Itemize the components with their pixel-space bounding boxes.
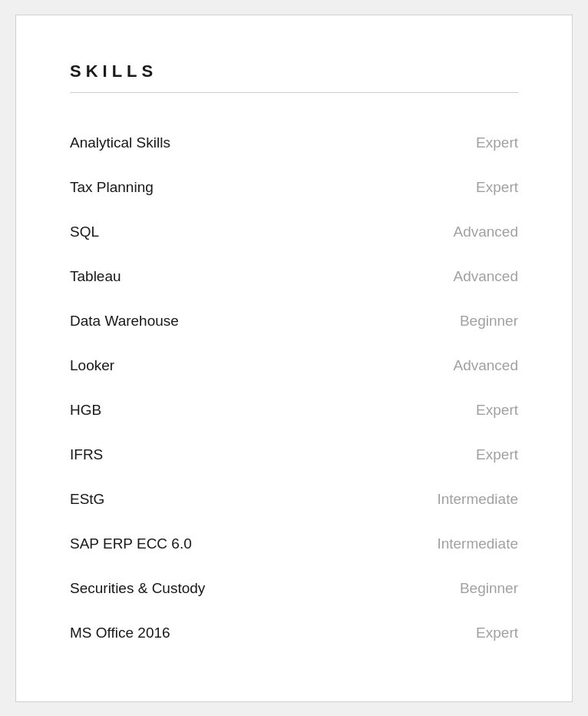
section-divider xyxy=(70,92,518,93)
skill-name: Analytical Skills xyxy=(70,134,170,151)
skill-row: Tax PlanningExpert xyxy=(70,165,518,210)
skill-row: IFRSExpert xyxy=(70,433,518,477)
skill-level: Beginner xyxy=(460,313,518,330)
skill-level: Intermediate xyxy=(437,491,518,508)
skill-row: LookerAdvanced xyxy=(70,343,518,388)
skill-level: Advanced xyxy=(453,357,518,374)
skill-level: Advanced xyxy=(453,224,518,240)
skill-name: HGB xyxy=(70,402,101,419)
skill-name: SAP ERP ECC 6.0 xyxy=(70,535,192,552)
skill-level: Intermediate xyxy=(437,535,518,552)
skill-level: Advanced xyxy=(453,268,518,285)
skill-row: TableauAdvanced xyxy=(70,254,518,299)
skill-row: MS Office 2016Expert xyxy=(70,611,518,655)
skill-row: EStGIntermediate xyxy=(70,477,518,522)
section-title: SKILLS xyxy=(70,61,518,81)
skills-list: Analytical SkillsExpertTax PlanningExper… xyxy=(70,121,518,655)
skill-row: Securities & CustodyBeginner xyxy=(70,566,518,611)
skill-row: Analytical SkillsExpert xyxy=(70,121,518,165)
skill-row: HGBExpert xyxy=(70,388,518,433)
skill-level: Expert xyxy=(476,625,518,641)
skill-name: Tableau xyxy=(70,268,121,285)
skill-row: Data WarehouseBeginner xyxy=(70,299,518,343)
skill-level: Beginner xyxy=(460,580,518,597)
skill-name: Data Warehouse xyxy=(70,313,179,330)
skill-name: MS Office 2016 xyxy=(70,625,170,641)
skill-row: SQLAdvanced xyxy=(70,210,518,254)
skill-level: Expert xyxy=(476,134,518,151)
skill-name: Securities & Custody xyxy=(70,580,205,597)
skill-name: EStG xyxy=(70,491,104,508)
skill-level: Expert xyxy=(476,446,518,463)
skill-name: Looker xyxy=(70,357,114,374)
skills-card: SKILLS Analytical SkillsExpertTax Planni… xyxy=(15,15,573,702)
skill-row: SAP ERP ECC 6.0Intermediate xyxy=(70,522,518,566)
skill-name: IFRS xyxy=(70,446,103,463)
skill-name: Tax Planning xyxy=(70,179,154,196)
skill-level: Expert xyxy=(476,179,518,196)
skill-level: Expert xyxy=(476,402,518,419)
skill-name: SQL xyxy=(70,224,99,240)
